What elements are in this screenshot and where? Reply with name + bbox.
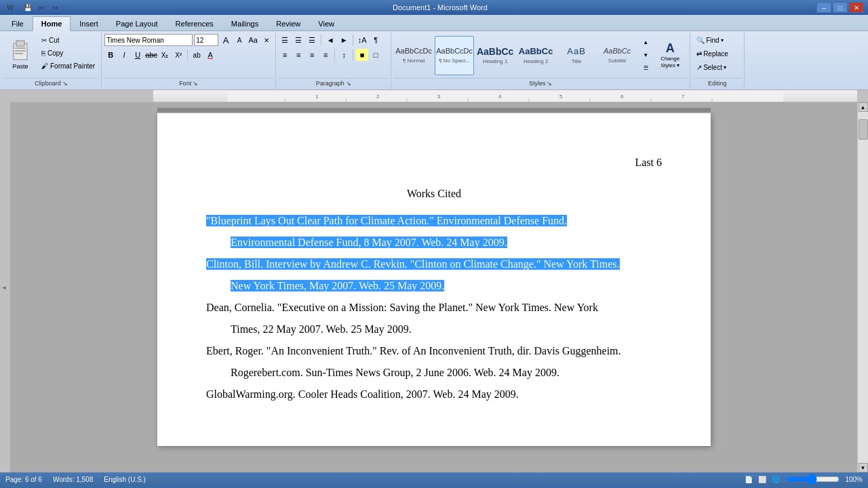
copy-label: Copy	[47, 49, 63, 57]
styles-more[interactable]: ☰	[639, 62, 652, 75]
font-color-button[interactable]: A	[204, 49, 216, 61]
align-left-button[interactable]: ≡	[279, 49, 291, 61]
decrease-indent-button[interactable]: ◄	[324, 34, 336, 46]
change-styles-icon: A	[666, 41, 675, 56]
highlight-button[interactable]: ab	[191, 49, 203, 61]
replace-button[interactable]: ⇄ Replace	[693, 47, 732, 60]
bold-button[interactable]: B	[104, 49, 117, 61]
left-margin-arrow[interactable]: ◄	[1, 285, 7, 291]
works-cited-entry-4[interactable]: Ebert, Roger. "An Inconvenient Truth." R…	[206, 340, 662, 384]
tab-mailings[interactable]: Mailings	[222, 16, 267, 30]
tab-insert[interactable]: Insert	[71, 16, 107, 30]
borders-button[interactable]: □	[370, 49, 382, 61]
font-expand-icon[interactable]: ↘	[193, 80, 198, 87]
justify-button[interactable]: ≡	[319, 49, 332, 61]
change-styles-button[interactable]: A Change Styles ▾	[653, 39, 687, 70]
works-cited-title[interactable]: Works Cited	[206, 185, 662, 203]
zoom-slider[interactable]	[785, 475, 840, 483]
status-language: English (U.S.)	[104, 476, 146, 483]
paste-icon	[9, 37, 31, 63]
close-button[interactable]: ✕	[849, 2, 864, 13]
status-view-web[interactable]: 🌐	[772, 476, 780, 483]
italic-button[interactable]: I	[118, 49, 130, 61]
tab-file[interactable]: File	[3, 16, 33, 30]
ruler-left-margin	[0, 90, 153, 102]
shrink-font-button[interactable]: A	[233, 34, 245, 46]
tab-home[interactable]: Home	[33, 16, 71, 31]
redo-quick-btn[interactable]: ↪	[49, 1, 61, 14]
numbering-button[interactable]: ☰	[292, 34, 304, 46]
increase-indent-button[interactable]: ►	[338, 34, 350, 46]
svg-rect-1	[16, 41, 24, 46]
styles-scroll: ▲ ▼ ☰	[639, 37, 652, 75]
style-heading1[interactable]: AaBbCc Heading 1	[475, 36, 515, 75]
scroll-down-arrow[interactable]: ▼	[859, 463, 868, 472]
find-icon: 🔍	[696, 37, 705, 44]
scroll-track	[859, 112, 868, 463]
styles-expand-icon[interactable]: ↘	[547, 80, 552, 87]
tab-references[interactable]: References	[167, 16, 222, 30]
clipboard-expand-icon[interactable]: ↘	[62, 80, 68, 87]
grow-font-button[interactable]: A	[220, 34, 232, 46]
copy-button[interactable]: ⎘ Copy	[38, 47, 98, 59]
ribbon-content: Paste ✂ Cut ⎘ Copy 🖌 Format Painter	[0, 31, 868, 89]
paste-button[interactable]: Paste	[4, 34, 37, 73]
status-page: Page: 6 of 6	[5, 476, 42, 483]
works-cited-entry-2[interactable]: Clinton, Bill. Interview by Andrew C. Re…	[206, 253, 662, 297]
works-cited-entry-3[interactable]: Dean, Cornelia. "Executive on a Mission:…	[206, 297, 662, 340]
align-center-button[interactable]: ≡	[292, 49, 304, 61]
style-heading1-label: Heading 1	[483, 58, 507, 64]
strikethrough-button[interactable]: abc	[145, 49, 157, 61]
works-cited-entry-5[interactable]: GlobalWarming.org. Cooler Heads Coalitio…	[206, 384, 662, 405]
right-scrollbar[interactable]: ▲ ▼	[857, 102, 868, 472]
font-name-input[interactable]	[104, 34, 193, 46]
works-cited-entry-1[interactable]: "Blueprint Lays Out Clear Path for Clima…	[206, 210, 662, 253]
style-title[interactable]: AaB Title	[557, 36, 596, 75]
style-normal-preview: AaBbCcDc	[395, 47, 432, 56]
undo-quick-btn[interactable]: ↩	[35, 1, 47, 14]
styles-scroll-up[interactable]: ▲	[639, 37, 652, 49]
sort-button[interactable]: ↕A	[356, 34, 368, 46]
style-normal[interactable]: AaBbCcDc ¶ Normal	[394, 36, 433, 75]
save-quick-btn[interactable]: 💾	[22, 1, 34, 14]
maximize-button[interactable]: □	[833, 2, 848, 13]
line-spacing-button[interactable]: ↕	[338, 49, 350, 61]
align-right-button[interactable]: ≡	[306, 49, 318, 61]
status-right: 📄 ⬜ 🌐 100%	[745, 475, 863, 483]
shading-button[interactable]: ■	[356, 49, 368, 61]
svg-rect-2	[15, 47, 26, 49]
scroll-thumb[interactable]	[859, 119, 868, 140]
underline-button[interactable]: U	[132, 49, 144, 61]
tab-view[interactable]: View	[309, 16, 343, 30]
font-size-input[interactable]	[194, 34, 218, 46]
minimize-button[interactable]: –	[816, 2, 831, 13]
entry-2-selected: Clinton, Bill. Interview by Andrew C. Re…	[206, 258, 620, 270]
status-view-full[interactable]: ⬜	[758, 476, 766, 483]
paragraph-expand-icon[interactable]: ↘	[346, 80, 351, 87]
font-content: A A Aa ✕ B I U abc X₂ X² ab A	[104, 34, 273, 77]
bullets-button[interactable]: ☰	[279, 34, 291, 46]
format-painter-button[interactable]: 🖌 Format Painter	[38, 60, 98, 72]
style-no-spacing[interactable]: AaBbCcDc ¶ No Spaci...	[435, 36, 474, 75]
style-heading2[interactable]: AaBbCc Heading 2	[516, 36, 555, 75]
tab-review[interactable]: Review	[267, 16, 309, 30]
superscript-button[interactable]: X²	[172, 49, 184, 61]
subscript-button[interactable]: X₂	[159, 49, 171, 61]
style-no-spacing-label: ¶ No Spaci...	[439, 58, 470, 64]
select-button[interactable]: ↗ Select ▾	[693, 61, 730, 73]
style-subtitle[interactable]: AaBbCc Subtitle	[597, 36, 637, 75]
cut-button[interactable]: ✂ Cut	[38, 34, 98, 46]
multilevel-button[interactable]: ☰	[306, 34, 318, 46]
styles-content: AaBbCcDc ¶ Normal AaBbCcDc ¶ No Spaci...…	[394, 34, 687, 77]
tab-page-layout[interactable]: Page Layout	[107, 16, 167, 30]
page-break-bar	[157, 108, 711, 112]
find-button[interactable]: 🔍 Find ▾	[693, 34, 726, 46]
scroll-up-arrow[interactable]: ▲	[859, 102, 868, 112]
show-hide-button[interactable]: ¶	[370, 34, 382, 46]
status-view-print[interactable]: 📄	[745, 476, 753, 483]
styles-scroll-down[interactable]: ▼	[639, 49, 652, 62]
change-case-button[interactable]: Aa	[247, 34, 259, 46]
select-icon: ↗	[696, 64, 702, 71]
title-bar: W 💾 ↩ ↪ Document1 - Microsoft Word – □ ✕	[0, 0, 868, 15]
clear-format-button[interactable]: ✕	[260, 34, 273, 46]
